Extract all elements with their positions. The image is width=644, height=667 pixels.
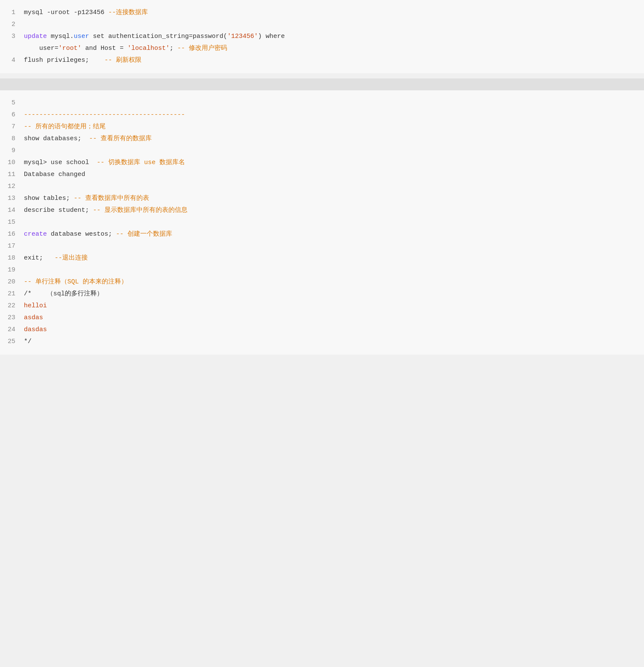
line-number: 16 — [0, 229, 24, 240]
line-number: 6 — [0, 110, 24, 120]
line-content: helloi — [24, 301, 644, 311]
line-number: 8 — [0, 134, 24, 144]
code-line: 6---------------------------------------… — [0, 109, 644, 121]
code-block-1: 1mysql -uroot -p123456 --连接数据库23update m… — [0, 0, 644, 73]
line-content: -- 所有的语句都使用；结尾 — [24, 122, 644, 132]
code-line: 5 — [0, 97, 644, 109]
line-content: update mysql.user set authentication_str… — [24, 32, 644, 42]
code-line: 9 — [0, 145, 644, 157]
line-content: mysql -uroot -p123456 --连接数据库 — [24, 8, 644, 18]
code-line: 20-- 单行注释（SQL 的本来的注释） — [0, 276, 644, 288]
line-content: dasdas — [24, 325, 644, 335]
line-number: 1 — [0, 8, 24, 18]
code-line: 15 — [0, 217, 644, 228]
line-number: 12 — [0, 182, 24, 192]
code-line: 13show tables; -- 查看数据库中所有的表 — [0, 193, 644, 205]
code-line: 7-- 所有的语句都使用；结尾 — [0, 121, 644, 133]
line-content: ----------------------------------------… — [24, 110, 644, 120]
line-number: 9 — [0, 146, 24, 156]
code-line: 16create database westos; -- 创建一个数据库 — [0, 228, 644, 240]
code-line: 22helloi — [0, 300, 644, 312]
code-line: 18exit; --退出连接 — [0, 252, 644, 264]
line-content: exit; --退出连接 — [24, 253, 644, 263]
line-content: describe student; -- 显示数据库中所有的表的信息 — [24, 205, 644, 216]
line-content: -- 单行注释（SQL 的本来的注释） — [24, 277, 644, 287]
line-content: show databases; -- 查看所有的数据库 — [24, 134, 644, 144]
code-line: 12 — [0, 181, 644, 193]
line-number: 22 — [0, 301, 24, 311]
line-content: mysql> use school -- 切换数据库 use 数据库名 — [24, 158, 644, 168]
line-number: 19 — [0, 265, 24, 275]
code-line: 24dasdas — [0, 324, 644, 336]
line-number: 23 — [0, 313, 24, 323]
line-number: 2 — [0, 20, 24, 30]
line-number: 15 — [0, 217, 24, 228]
line-number: 4 — [0, 55, 24, 66]
line-number: 13 — [0, 193, 24, 204]
line-number: 11 — [0, 170, 24, 180]
code-line: 19 — [0, 264, 644, 276]
line-number: 17 — [0, 241, 24, 251]
line-number: 18 — [0, 253, 24, 263]
code-line: 17 — [0, 240, 644, 252]
line-number: 10 — [0, 158, 24, 168]
line-content: create database westos; -- 创建一个数据库 — [24, 229, 644, 240]
line-content: show tables; -- 查看数据库中所有的表 — [24, 193, 644, 204]
block-separator — [0, 78, 644, 90]
line-number: 3 — [0, 32, 24, 42]
line-number: 5 — [0, 98, 24, 108]
line-number: 7 — [0, 122, 24, 132]
line-number: 25 — [0, 337, 24, 347]
line-content: asdas — [24, 313, 644, 323]
code-line: 21/* （sql的多行注释） — [0, 288, 644, 300]
code-line: 11Database changed — [0, 169, 644, 181]
line-number: 24 — [0, 325, 24, 335]
code-line: 4flush privileges; -- 刷新权限 — [0, 55, 644, 66]
code-line: 3update mysql.user set authentication_st… — [0, 31, 644, 43]
line-number: 20 — [0, 277, 24, 287]
code-line: 8show databases; -- 查看所有的数据库 — [0, 133, 644, 145]
app-container: 1mysql -uroot -p123456 --连接数据库23update m… — [0, 0, 644, 355]
code-line: 2 — [0, 19, 644, 31]
code-line: 14describe student; -- 显示数据库中所有的表的信息 — [0, 205, 644, 217]
line-number: 21 — [0, 289, 24, 299]
line-number: 14 — [0, 205, 24, 216]
line-content: Database changed — [24, 170, 644, 180]
line-content: /* （sql的多行注释） — [24, 289, 644, 299]
code-line: 25*/ — [0, 336, 644, 348]
line-content: */ — [24, 337, 644, 347]
code-line: 23asdas — [0, 312, 644, 324]
line-content: flush privileges; -- 刷新权限 — [24, 55, 644, 66]
code-line: 10mysql> use school -- 切换数据库 use 数据库名 — [0, 157, 644, 169]
code-block-2: 56--------------------------------------… — [0, 90, 644, 355]
code-line-continuation: user='root' and Host = 'localhost'; -- 修… — [0, 43, 644, 55]
code-line: 1mysql -uroot -p123456 --连接数据库 — [0, 7, 644, 19]
